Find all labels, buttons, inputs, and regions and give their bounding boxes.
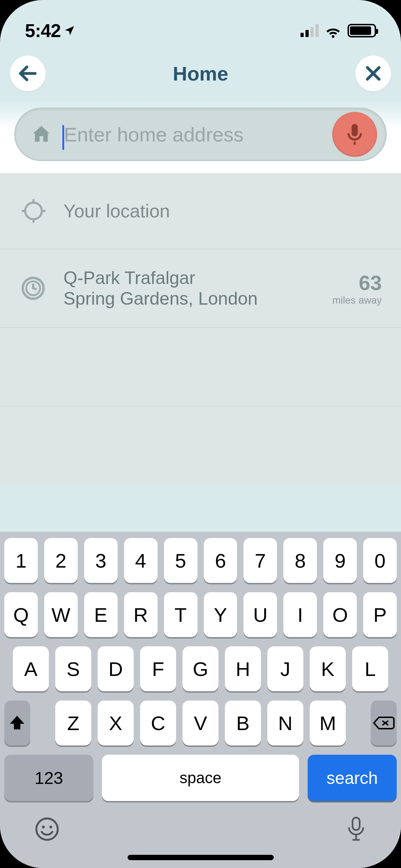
backspace-icon (372, 714, 395, 732)
key-d[interactable]: D (98, 646, 134, 691)
shift-key[interactable] (4, 701, 30, 745)
close-icon (363, 63, 383, 83)
key-v[interactable]: V (182, 701, 219, 745)
key-3[interactable]: 3 (84, 538, 118, 583)
search-placeholder: Enter home address (64, 123, 332, 146)
back-button[interactable] (10, 56, 46, 91)
keyboard-row-numbers: 1234567890 (0, 538, 401, 583)
key-4[interactable]: 4 (124, 538, 158, 583)
key-r[interactable]: R (124, 592, 158, 637)
keyboard-row-qwerty: QWERTYUIOP (0, 592, 401, 637)
key-z[interactable]: Z (55, 701, 91, 745)
clock-icon (19, 274, 47, 302)
key-j[interactable]: J (267, 646, 303, 691)
home-indicator[interactable] (128, 855, 274, 860)
key-c[interactable]: C (140, 701, 176, 745)
svg-rect-15 (353, 818, 360, 830)
results-list: Your location Q-Park Trafalgar Spring Ga… (0, 173, 401, 485)
svg-point-13 (42, 826, 45, 828)
key-p[interactable]: P (363, 592, 397, 637)
key-u[interactable]: U (243, 592, 277, 637)
status-time: 5:42 (25, 20, 76, 41)
key-g[interactable]: G (182, 646, 219, 691)
key-t[interactable]: T (164, 592, 197, 637)
key-o[interactable]: O (323, 592, 357, 637)
keyboard: 1234567890 QWERTYUIOP ASDFGHJKL ZXCVBNM … (0, 532, 401, 868)
key-e[interactable]: E (84, 592, 118, 637)
page-title: Home (173, 62, 228, 85)
header: Home (0, 46, 401, 100)
emoji-button[interactable] (34, 816, 60, 842)
cellular-signal-icon (300, 24, 319, 37)
status-bar: 5:42 (0, 0, 401, 46)
empty-row (0, 406, 401, 485)
wifi-icon (325, 23, 341, 39)
battery-icon (348, 24, 376, 37)
key-7[interactable]: 7 (243, 538, 277, 583)
your-location-row[interactable]: Your location (0, 173, 401, 249)
text-cursor (62, 125, 64, 150)
key-1[interactable]: 1 (4, 538, 38, 583)
svg-point-14 (50, 826, 52, 828)
recent-place-distance: 63 miles away (333, 271, 382, 306)
key-2[interactable]: 2 (44, 538, 78, 583)
status-right (300, 23, 376, 39)
recent-place-row[interactable]: Q-Park Trafalgar Spring Gardens, London … (0, 249, 401, 328)
search-section: Enter home address (0, 100, 401, 173)
distance-unit: miles away (333, 295, 382, 306)
key-h[interactable]: H (225, 646, 261, 691)
key-b[interactable]: B (225, 701, 261, 745)
clock-text: 5:42 (25, 20, 61, 41)
key-i[interactable]: I (283, 592, 317, 637)
app-screen: 5:42 Home Enter home (0, 0, 401, 868)
key-0[interactable]: 0 (363, 538, 397, 583)
key-n[interactable]: N (267, 701, 303, 745)
arrow-left-icon (17, 62, 39, 84)
key-w[interactable]: W (44, 592, 78, 637)
key-y[interactable]: Y (204, 592, 237, 637)
home-icon (30, 123, 52, 145)
emoji-icon (34, 816, 60, 842)
search-field[interactable]: Enter home address (14, 108, 387, 161)
numbers-toggle-key[interactable]: 123 (4, 755, 93, 801)
recent-place-detail: Spring Gardens, London (63, 288, 333, 309)
recent-place-text: Q-Park Trafalgar Spring Gardens, London (63, 268, 333, 309)
key-9[interactable]: 9 (323, 538, 357, 583)
distance-value: 63 (333, 271, 382, 295)
microphone-icon (342, 122, 367, 147)
voice-search-button[interactable] (332, 112, 377, 157)
key-s[interactable]: S (55, 646, 91, 691)
key-k[interactable]: K (310, 646, 346, 691)
backspace-key[interactable] (371, 701, 397, 745)
empty-row (0, 328, 401, 406)
close-button[interactable] (355, 56, 391, 91)
recent-place-name: Q-Park Trafalgar (63, 268, 333, 288)
key-5[interactable]: 5 (164, 538, 197, 583)
space-key[interactable]: space (102, 755, 299, 801)
svg-point-12 (36, 818, 58, 840)
search-action-key[interactable]: search (308, 755, 397, 801)
location-services-icon (63, 25, 76, 37)
key-l[interactable]: L (352, 646, 388, 691)
dictation-button[interactable] (345, 815, 367, 843)
keyboard-row-zxcv: ZXCVBNM (0, 701, 401, 745)
key-m[interactable]: M (310, 701, 346, 745)
key-a[interactable]: A (13, 646, 49, 691)
key-8[interactable]: 8 (283, 538, 317, 583)
keyboard-row-asdf: ASDFGHJKL (0, 646, 401, 691)
crosshair-icon (19, 197, 48, 225)
key-x[interactable]: X (98, 701, 134, 745)
key-q[interactable]: Q (4, 592, 38, 637)
key-6[interactable]: 6 (204, 538, 237, 583)
key-f[interactable]: F (140, 646, 176, 691)
shift-icon (7, 713, 27, 733)
microphone-icon (345, 815, 367, 843)
keyboard-row-zxcv-keys: ZXCVBNM (55, 701, 346, 745)
keyboard-row-bottom: 123 space search (0, 755, 401, 801)
svg-point-3 (25, 203, 42, 219)
your-location-label: Your location (63, 200, 382, 222)
search-input[interactable]: Enter home address (64, 123, 332, 146)
